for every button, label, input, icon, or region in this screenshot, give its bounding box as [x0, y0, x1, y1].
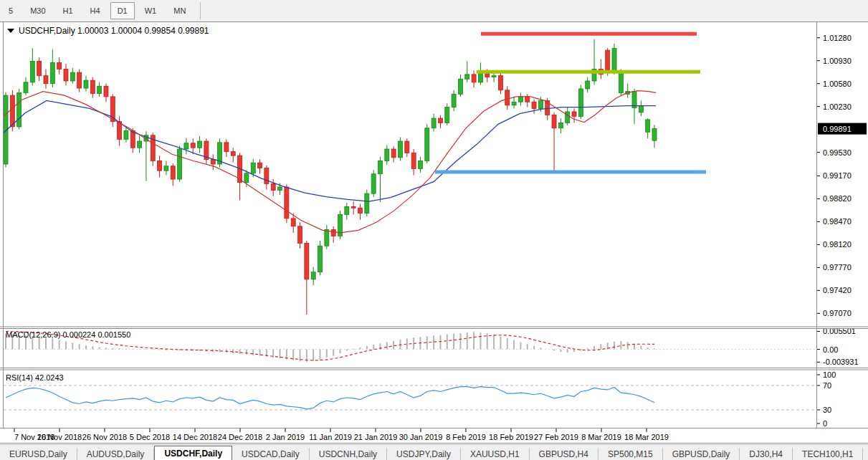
rsi-axis-label: 70 [823, 381, 831, 390]
candle-body [425, 128, 429, 161]
candle-body [178, 149, 182, 179]
chart-tab-XAUUSD-H1[interactable]: XAUUSD,H1 [461, 448, 530, 460]
candle-body [278, 187, 282, 191]
candle-body [639, 106, 643, 112]
candle-body [538, 100, 543, 108]
price-axis: 1.012801.009301.005801.002300.995300.991… [817, 34, 867, 318]
candle-body [458, 79, 462, 94]
candle-body [518, 97, 523, 102]
candle-body [472, 75, 476, 82]
macd-axis-label: -0.003931 [823, 358, 859, 366]
macd-axis-label: 0.00 [823, 345, 838, 354]
candle-body [465, 75, 469, 79]
chart-tab-AUDUSD-Daily[interactable]: AUDUSD,Daily [77, 448, 155, 460]
candle-body [17, 92, 22, 127]
rsi-panel: RSI(14) 42.024310070300 [4, 370, 836, 428]
price-axis-label: 1.01280 [823, 34, 852, 42]
candle-body [37, 62, 42, 76]
candle-body [244, 173, 249, 183]
chart-tab-USDCAD-Daily[interactable]: USDCAD,Daily [232, 448, 310, 460]
main-chart-panel: USDCHF,Daily 1.00003 1.00004 0.99854 0.9… [4, 26, 867, 317]
chart-tab-TECH100-H1[interactable]: TECH100,H1 [793, 448, 863, 460]
chart-tab-USDJPY-Daily[interactable]: USDJPY,Daily [387, 448, 461, 460]
candle-body [291, 219, 295, 226]
candle-body [478, 72, 482, 82]
candle-body [632, 92, 636, 108]
candle-body [345, 206, 349, 214]
candle-body [331, 229, 335, 236]
price-axis-label: 0.99530 [823, 148, 852, 157]
candle-body [558, 123, 563, 128]
candle-body [138, 141, 142, 148]
current-price-label: 0.99891 [823, 125, 852, 133]
timeframe-button-H4[interactable]: H4 [83, 2, 108, 19]
candle-body [84, 80, 88, 88]
timeframe-button-M30[interactable]: M30 [23, 2, 52, 19]
candle-body [586, 81, 590, 89]
chart-tab-EURUSD-Daily[interactable]: EURUSD,Daily [0, 448, 77, 460]
date-label: 16 Nov 2018 [37, 433, 82, 441]
chart-dropdown-icon[interactable] [7, 29, 14, 33]
candle-body [498, 76, 502, 90]
panel-frames [0, 22, 868, 444]
price-axis-label: 1.00930 [823, 57, 852, 65]
candle-body [505, 90, 510, 105]
timeframe-toolbar: 5M30H1H4D1W1MN [0, 0, 868, 22]
macd-panel: MACD(12,26,9) 0.000224 0.0015500.0055010… [4, 327, 859, 366]
timeframe-button-5[interactable]: 5 [1, 2, 20, 19]
chart-tab-UI[interactable]: UI [863, 448, 868, 460]
macd-label: MACD(12,26,9) 0.000224 0.001550 [6, 330, 130, 339]
candle-body [405, 141, 409, 153]
chart-tab-USDCHF-Daily[interactable]: USDCHF,Daily [154, 446, 232, 460]
candle-body [351, 206, 356, 208]
chart-tab-USDCNH-Daily[interactable]: USDCNH,Daily [310, 448, 387, 460]
candle-body [70, 72, 75, 81]
candle-body [64, 70, 68, 81]
candle-body [365, 193, 369, 213]
candle-body [258, 163, 262, 168]
candle-body [311, 272, 315, 279]
date-label: 21 Jan 2019 [354, 433, 398, 441]
date-label: 11 Jan 2019 [309, 433, 352, 441]
candle-body [10, 95, 14, 127]
candle-body [445, 107, 449, 123]
date-label: 18 Feb 2019 [489, 433, 533, 441]
price-axis-label: 1.00580 [823, 80, 852, 88]
toolbar-separator [200, 2, 201, 19]
chart-tab-bar: EURUSD,DailyAUDUSD,DailyUSDCHF,DailyUSDC… [0, 444, 868, 460]
rsi-axis-label: 0 [823, 419, 827, 428]
timeframe-button-D1[interactable]: D1 [110, 2, 135, 19]
candle-body [191, 143, 195, 148]
timeframe-button-MN[interactable]: MN [166, 2, 193, 19]
timeframe-button-H1[interactable]: H1 [56, 2, 80, 19]
candle-body [271, 183, 275, 190]
chart-tab-DJ30-H4[interactable]: DJ30,H4 [740, 448, 793, 460]
price-axis-label: 0.98470 [823, 217, 852, 226]
candle-body [358, 208, 362, 213]
chart-canvas[interactable]: USDCHF,Daily 1.00003 1.00004 0.99854 0.9… [0, 21, 868, 444]
candle-body [57, 62, 62, 69]
date-label: 18 Mar 2019 [624, 433, 669, 441]
candle-body [418, 160, 422, 168]
candle-body [224, 143, 229, 152]
timeframe-button-W1[interactable]: W1 [138, 2, 164, 19]
candle-body [44, 76, 48, 84]
rsi-axis-label: 100 [823, 370, 836, 379]
candle-body [532, 102, 536, 108]
candle-body [198, 141, 202, 148]
date-axis: 7 Nov 201816 Nov 201826 Nov 20185 Dec 20… [14, 428, 669, 441]
ma-fast-line [4, 91, 656, 233]
candle-body [77, 72, 82, 88]
candle-body [385, 149, 389, 160]
candle-body [90, 80, 95, 93]
candle-body [158, 160, 162, 171]
candle-body [184, 143, 189, 149]
date-label: 14 Dec 2018 [173, 433, 217, 441]
candle-body [652, 129, 657, 141]
price-axis-label: 0.97420 [823, 286, 852, 294]
chart-tab-GBPUSD-Daily[interactable]: GBPUSD,Daily [663, 448, 740, 460]
candle-body [431, 118, 436, 128]
chart-tab-GBPUSD-H4[interactable]: GBPUSD,H4 [530, 448, 598, 460]
ma-slow-line [4, 100, 656, 201]
chart-tab-SP500-M15[interactable]: SP500,M15 [598, 448, 663, 460]
